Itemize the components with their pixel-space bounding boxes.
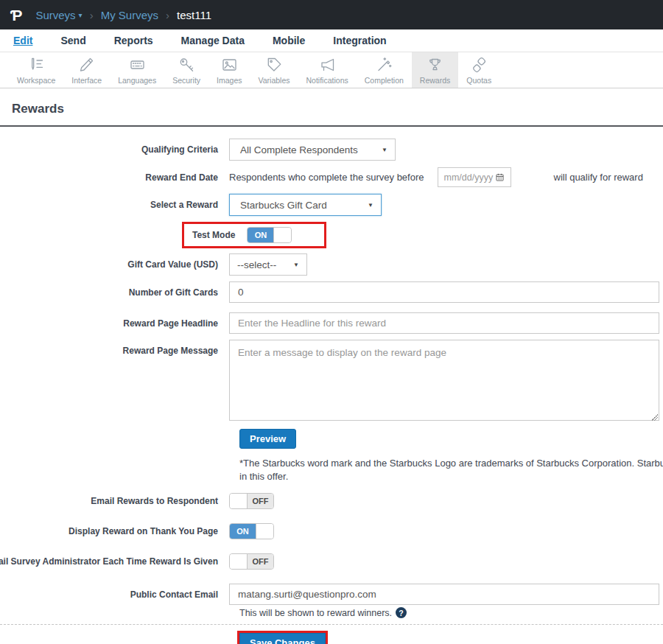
test-mode-highlight-box: Test Mode ON xyxy=(182,222,326,248)
tab-mobile[interactable]: Mobile xyxy=(273,35,305,46)
reward-end-date-input[interactable]: mm/dd/yyyy xyxy=(438,167,511,187)
test-mode-label: Test Mode xyxy=(192,230,235,240)
security-icon xyxy=(178,56,196,74)
toolbar-item-security[interactable]: Security xyxy=(164,52,208,88)
reward-end-date-label: Reward End Date xyxy=(145,172,218,183)
row-gift-card-value: Gift Card Value (USD) --select-- ▼ xyxy=(0,253,663,276)
breadcrumb-my-surveys[interactable]: My Surveys xyxy=(101,9,158,21)
reward-message-label: Reward Page Message xyxy=(123,346,218,356)
row-select-reward: Select a Reward Starbucks Gift Card ▼ xyxy=(0,194,663,216)
chevron-down-icon: ▾ xyxy=(79,11,83,19)
rewards-icon xyxy=(426,56,444,74)
breadcrumb-surveys[interactable]: Surveys ▾ xyxy=(35,9,82,21)
email-admin-label: Email Survey Administrator Each Time Rew… xyxy=(0,556,218,567)
toolbar-item-images[interactable]: Images xyxy=(208,52,250,88)
save-changes-button[interactable]: Save Changes xyxy=(239,633,326,644)
reward-headline-label: Reward Page Headline xyxy=(123,318,218,329)
breadcrumb: Surveys ▾ › My Surveys › test111 xyxy=(35,9,211,21)
test-mode-toggle[interactable]: ON xyxy=(247,227,292,243)
completion-icon xyxy=(375,56,393,74)
row-save: Save Changes xyxy=(237,631,663,644)
variables-icon xyxy=(265,56,284,74)
select-reward-select[interactable]: Starbucks Gift Card ▼ xyxy=(229,194,382,216)
gift-card-value-select[interactable]: --select-- ▼ xyxy=(229,253,307,276)
email-rewards-toggle[interactable]: OFF xyxy=(229,493,274,509)
breadcrumb-current-survey: test111 xyxy=(177,9,211,21)
end-date-prefix-text: Respondents who complete the survey befo… xyxy=(229,172,424,183)
footer-divider xyxy=(0,624,663,625)
toolbar-item-quotas[interactable]: Quotas xyxy=(458,52,499,88)
row-number-gift-cards: Number of Gift Cards xyxy=(0,281,663,303)
row-qualifying-criteria: Qualifying Criteria All Complete Respond… xyxy=(0,139,663,161)
images-icon xyxy=(220,56,239,74)
toolbar-item-variables[interactable]: Variables xyxy=(250,52,298,88)
help-icon[interactable]: ? xyxy=(396,607,407,618)
breadcrumb-separator-icon: › xyxy=(90,9,94,21)
reward-message-textarea[interactable] xyxy=(229,340,659,421)
row-test-mode: Test Mode ON xyxy=(0,222,663,248)
row-reward-end-date: Reward End Date Respondents who complete… xyxy=(0,167,663,187)
languages-icon xyxy=(128,56,147,74)
row-reward-message: Reward Page Message xyxy=(0,340,663,424)
public-email-label: Public Contact Email xyxy=(130,589,218,600)
top-header: Ƥ Surveys ▾ › My Surveys › test111 xyxy=(0,0,663,29)
row-preview: Preview xyxy=(0,429,663,449)
tab-integration[interactable]: Integration xyxy=(333,35,386,46)
row-email-admin: Email Survey Administrator Each Time Rew… xyxy=(0,553,663,570)
save-highlight-box: Save Changes xyxy=(237,631,328,644)
toolbar-item-notifications[interactable]: Notifications xyxy=(298,52,357,88)
display-reward-label: Display Reward on Thank You Page xyxy=(69,526,218,536)
row-email-rewards: Email Rewards to Respondent OFF xyxy=(0,493,663,509)
rewards-form: Qualifying Criteria All Complete Respond… xyxy=(0,127,663,644)
toolbar-item-rewards[interactable]: Rewards xyxy=(412,52,458,88)
questionpro-logo-icon[interactable]: Ƥ xyxy=(10,7,22,23)
qualifying-criteria-select[interactable]: All Complete Respondents ▼ xyxy=(229,139,396,161)
toolbar-item-languages[interactable]: Languages xyxy=(110,52,164,88)
starbucks-disclaimer-text: *The Starbucks word mark and the Starbuc… xyxy=(239,457,663,483)
quotas-icon xyxy=(470,56,488,74)
select-caret-icon: ▼ xyxy=(293,262,299,268)
toolbar-item-workspace[interactable]: Workspace xyxy=(9,52,63,88)
interface-icon xyxy=(77,56,96,74)
qualifying-criteria-label: Qualifying Criteria xyxy=(141,144,218,155)
gift-card-value-label: Gift Card Value (USD) xyxy=(127,259,218,270)
public-email-help: This will be shown to reward winners. ? xyxy=(239,607,663,618)
row-display-reward: Display Reward on Thank You Page ON xyxy=(0,523,663,539)
select-caret-icon: ▼ xyxy=(368,202,373,209)
email-rewards-label: Email Rewards to Respondent xyxy=(91,496,218,506)
row-public-email: Public Contact Email xyxy=(0,584,663,605)
number-gift-cards-input[interactable] xyxy=(229,281,659,303)
breadcrumb-separator-icon: › xyxy=(166,9,169,21)
public-email-input[interactable] xyxy=(229,584,659,605)
number-gift-cards-label: Number of Gift Cards xyxy=(129,287,218,298)
preview-button[interactable]: Preview xyxy=(239,429,296,449)
public-email-help-text: This will be shown to reward winners. xyxy=(239,608,392,618)
notifications-icon xyxy=(318,56,337,74)
toolbar-item-completion[interactable]: Completion xyxy=(357,52,412,88)
row-reward-headline: Reward Page Headline xyxy=(0,312,663,334)
display-reward-toggle[interactable]: ON xyxy=(229,523,274,539)
tab-reports[interactable]: Reports xyxy=(114,35,153,46)
tab-manage-data[interactable]: Manage Data xyxy=(181,35,245,46)
toolbar-item-interface[interactable]: Interface xyxy=(63,52,110,88)
calendar-icon xyxy=(495,172,505,182)
main-nav: Edit Send Reports Manage Data Mobile Int… xyxy=(0,29,663,52)
reward-headline-input[interactable] xyxy=(229,312,659,334)
end-date-suffix-text: will qualify for reward xyxy=(554,172,643,183)
page-title: Rewards xyxy=(0,88,663,125)
tab-edit[interactable]: Edit xyxy=(13,35,32,46)
select-caret-icon: ▼ xyxy=(382,147,387,153)
edit-sub-toolbar: Workspace Interface Languages Security I… xyxy=(0,52,663,88)
workspace-icon xyxy=(27,56,46,74)
select-reward-label: Select a Reward xyxy=(150,200,218,210)
tab-send[interactable]: Send xyxy=(60,35,85,46)
email-admin-toggle[interactable]: OFF xyxy=(229,553,274,570)
